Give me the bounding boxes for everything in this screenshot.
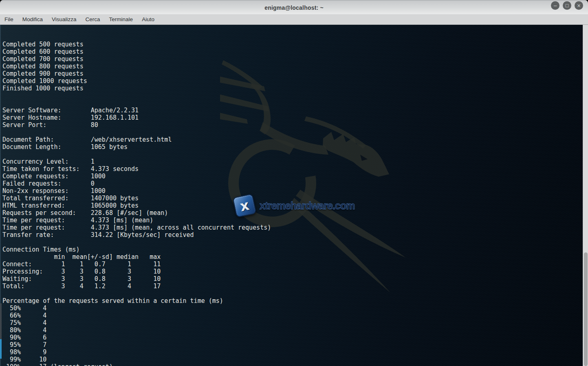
minimize-button[interactable]: − <box>551 1 559 10</box>
menu-item-cerca[interactable]: Cerca <box>81 14 105 24</box>
menu-item-aiuto[interactable]: Aiuto <box>137 14 159 24</box>
terminal-screen[interactable]: x xtremehardware.com Completed 500 reque… <box>0 25 588 366</box>
terminal-text: Completed 500 requests Completed 600 req… <box>0 25 271 366</box>
close-button[interactable]: × <box>575 1 583 10</box>
window-title: enigma@localhost: ~ <box>264 4 324 11</box>
menu-item-file[interactable]: File <box>0 14 18 24</box>
maximize-icon: □ <box>565 4 569 8</box>
terminal-output: Completed 500 requests Completed 600 req… <box>2 41 271 366</box>
maximize-button[interactable]: □ <box>563 1 571 10</box>
window-controls: − □ × <box>551 1 583 10</box>
close-icon: × <box>577 3 581 8</box>
terminal-window: enigma@localhost: ~ − □ × File Modifica … <box>0 0 588 366</box>
watermark-text: xtremehardware.com <box>260 200 355 212</box>
scrollbar-thumb[interactable] <box>584 252 588 366</box>
menubar: File Modifica Visualizza Cerca Terminale… <box>0 14 588 25</box>
titlebar[interactable]: enigma@localhost: ~ − □ × <box>0 0 588 14</box>
menu-item-terminale[interactable]: Terminale <box>105 14 138 24</box>
scrollbar-trough[interactable] <box>583 25 588 366</box>
menu-item-visualizza[interactable]: Visualizza <box>47 14 81 24</box>
minimize-icon: − <box>553 3 557 8</box>
menu-item-modifica[interactable]: Modifica <box>18 14 47 24</box>
